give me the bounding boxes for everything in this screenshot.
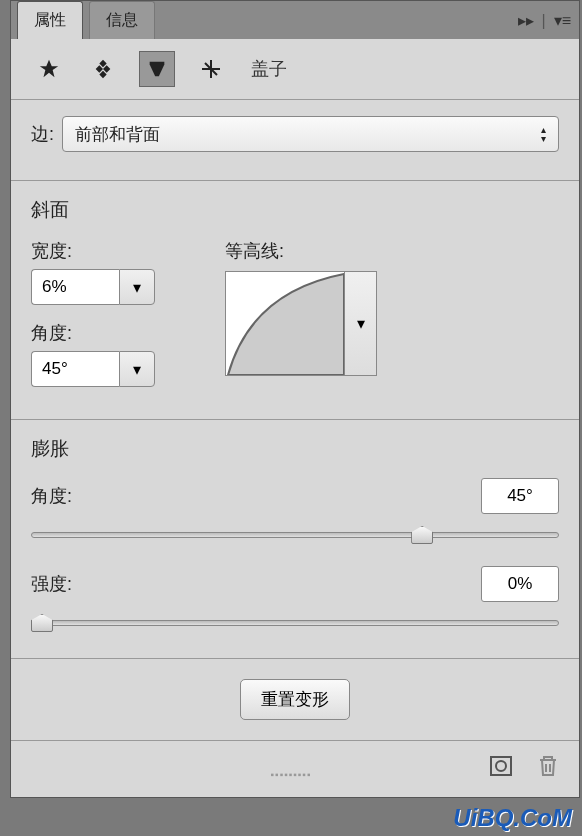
tab-info[interactable]: 信息 <box>89 1 155 39</box>
deform-icon[interactable] <box>85 51 121 87</box>
slider-thumb[interactable] <box>411 526 433 544</box>
edge-label: 边: <box>31 122 54 146</box>
updown-icon: ▴▾ <box>541 125 546 143</box>
chevron-down-icon: ▾ <box>133 278 141 297</box>
toolbar: 盖子 <box>11 39 579 99</box>
reset-button[interactable]: 重置变形 <box>240 679 350 720</box>
inflate-title: 膨胀 <box>31 436 559 462</box>
tab-properties[interactable]: 属性 <box>17 1 83 39</box>
inflate-angle-input[interactable] <box>481 478 559 514</box>
inflate-strength-label: 强度: <box>31 572 72 596</box>
contour-preview[interactable] <box>225 271 345 376</box>
watermark: UiBQ.CoM <box>453 804 572 832</box>
toolbar-label: 盖子 <box>251 57 287 81</box>
trash-icon[interactable] <box>537 754 559 784</box>
angle-input[interactable] <box>31 351 119 387</box>
edge-section: 边: 前部和背面 ▴▾ <box>11 100 579 180</box>
contour-label: 等高线: <box>225 241 284 261</box>
slider-thumb[interactable] <box>31 614 53 632</box>
inflate-angle-label: 角度: <box>31 484 72 508</box>
contour-dropdown[interactable]: ▾ <box>345 271 377 376</box>
svg-point-1 <box>496 761 506 771</box>
tab-controls: ▸▸ | ▾≡ <box>518 11 572 30</box>
inflate-strength-slider[interactable] <box>31 610 559 634</box>
render-icon[interactable] <box>489 755 513 783</box>
bevel-title: 斜面 <box>31 197 559 223</box>
chevron-down-icon: ▾ <box>357 314 365 333</box>
edge-select[interactable]: 前部和背面 ▴▾ <box>62 116 559 152</box>
width-dropdown[interactable]: ▾ <box>119 269 155 305</box>
reset-row: 重置变形 <box>11 659 579 740</box>
edge-value: 前部和背面 <box>75 123 160 146</box>
bevel-section: 斜面 宽度: ▾ 角度: ▾ <box>11 181 579 419</box>
width-label: 宽度: <box>31 239 155 263</box>
chevron-down-icon: ▾ <box>133 360 141 379</box>
inflate-section: 膨胀 角度: 强度: <box>11 420 579 658</box>
width-input[interactable] <box>31 269 119 305</box>
mesh-icon[interactable] <box>31 51 67 87</box>
grip-icon: ▪▪▪▪▪▪▪▪▪ <box>271 769 312 780</box>
expand-icon[interactable]: ▸▸ <box>518 11 534 30</box>
coordinates-icon[interactable] <box>193 51 229 87</box>
inflate-strength-input[interactable] <box>481 566 559 602</box>
angle-dropdown[interactable]: ▾ <box>119 351 155 387</box>
cap-icon[interactable] <box>139 51 175 87</box>
menu-icon[interactable]: ▾≡ <box>554 11 571 30</box>
angle-label: 角度: <box>31 321 155 345</box>
svg-rect-0 <box>491 757 511 775</box>
tab-bar: 属性 信息 ▸▸ | ▾≡ <box>11 1 579 39</box>
inflate-angle-slider[interactable] <box>31 522 559 546</box>
